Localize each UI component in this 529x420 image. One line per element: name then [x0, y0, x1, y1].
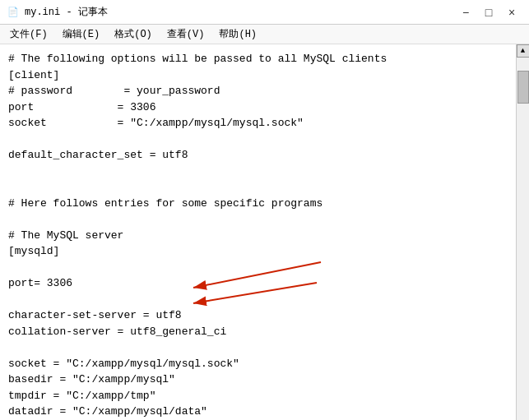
scroll-up-arrow[interactable]: ▲	[517, 44, 530, 58]
title-bar-left: 📄 my.ini - 记事本	[7, 5, 108, 19]
menu-view[interactable]: 查看(V)	[160, 25, 211, 43]
maximize-button[interactable]: □	[478, 3, 499, 21]
scroll-thumb[interactable]	[517, 71, 529, 104]
menu-edit[interactable]: 编辑(E)	[56, 25, 107, 43]
app-icon: 📄	[7, 6, 20, 19]
minimize-button[interactable]: −	[455, 3, 476, 21]
menu-format[interactable]: 格式(O)	[108, 25, 159, 43]
menu-help[interactable]: 帮助(H)	[212, 25, 263, 43]
menu-file[interactable]: 文件(F)	[3, 25, 54, 43]
editor-container: # The following options will be passed t…	[0, 44, 529, 420]
title-controls: − □ ×	[455, 3, 522, 21]
title-bar: 📄 my.ini - 记事本 − □ ×	[0, 0, 529, 25]
window-title: my.ini - 记事本	[25, 5, 108, 19]
vertical-scrollbar[interactable]: ▲	[516, 44, 529, 420]
menu-bar: 文件(F) 编辑(E) 格式(O) 查看(V) 帮助(H)	[0, 25, 529, 44]
editor-textarea[interactable]: # The following options will be passed t…	[0, 44, 516, 420]
close-button[interactable]: ×	[501, 3, 522, 21]
